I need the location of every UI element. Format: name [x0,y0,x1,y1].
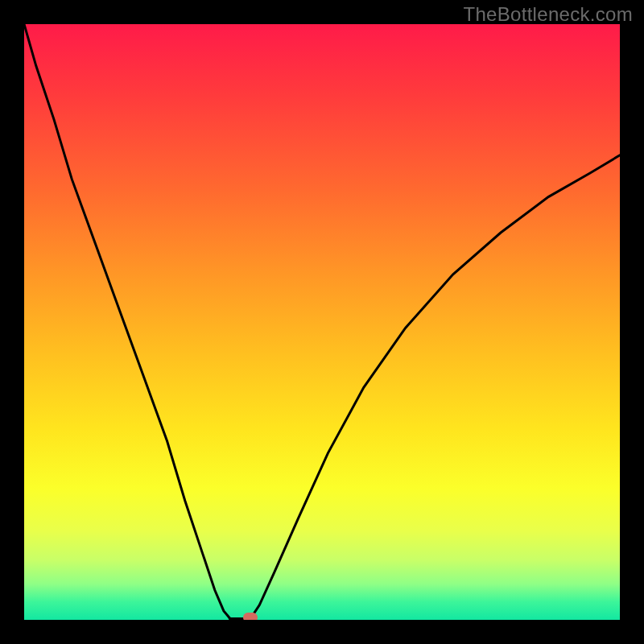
curve-left-branch [24,24,233,620]
minimum-marker [243,613,258,620]
chart-frame: TheBottleneck.com [0,0,644,644]
watermark-text: TheBottleneck.com [463,3,633,26]
plot-area [24,24,620,620]
curve-right-branch [250,155,620,619]
curve-layer [24,24,620,620]
